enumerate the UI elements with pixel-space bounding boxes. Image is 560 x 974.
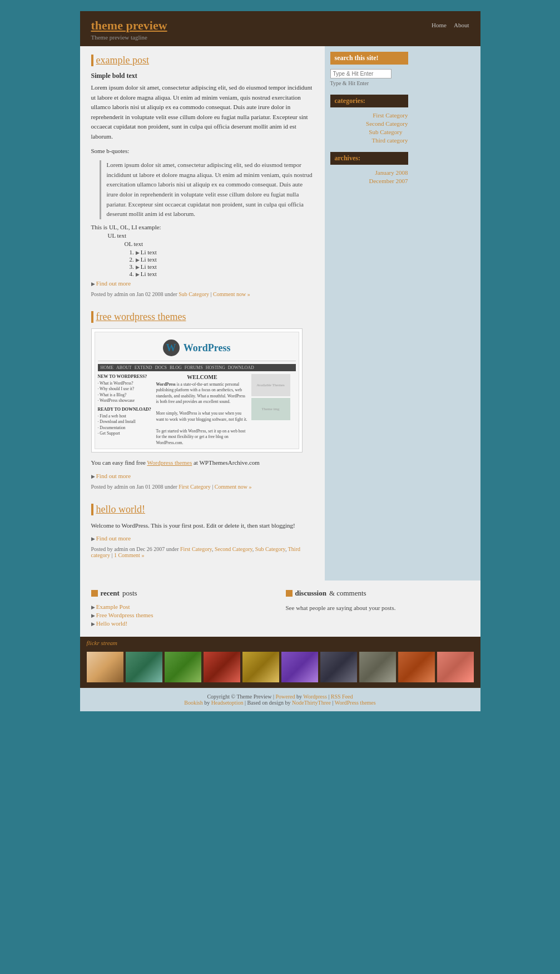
discussion-widget: discussion & comments See what people ar… [286, 589, 469, 628]
categories-widget: categories: First Category Second Catego… [330, 95, 408, 144]
post-title-link-2[interactable]: free wordpress themes [96, 311, 186, 322]
flickr-thumb-4[interactable] [204, 652, 240, 682]
li-list: Li text Li text Li text Li text [136, 249, 314, 277]
list-item: Example Post [91, 603, 275, 610]
post-meta-3: Posted by admin on Dec 26 2007 under Fir… [91, 546, 314, 558]
post-category-link-2[interactable]: First Category [179, 484, 211, 490]
find-out-more-link-1[interactable]: Find out more [96, 280, 131, 287]
post-title-border-3: hello world! [91, 504, 314, 515]
post-body-1: Lorem ipsum dolor sit amet, consectetur … [91, 83, 314, 142]
wordpress-screenshot: W WordPress HOME ABOUT EXTEND DOCS BLOG … [91, 328, 303, 453]
blockquote-text: Lorem ipsum dolor sit amet, consectetur … [107, 161, 313, 217]
content-wrapper: example post Simple bold text Lorem ipsu… [80, 46, 480, 581]
flickr-label: flickr stream [87, 640, 118, 646]
post-title-1[interactable]: example post [96, 55, 314, 66]
archives-widget-title: archives: [330, 152, 408, 165]
wp-logo-circle: W [163, 340, 180, 356]
post-comment-link-3[interactable]: 1 Comment » [114, 552, 144, 558]
post-cat-3-2[interactable]: Second Category [215, 546, 252, 552]
copyright: Copyright © Theme Preview | Powered by W… [80, 688, 480, 711]
wp-logo-text: WordPress [184, 342, 231, 353]
site-title[interactable]: theme preview [91, 18, 469, 33]
search-input[interactable] [330, 69, 391, 78]
footer-widgets: recent posts Example Post Free Wordpress… [80, 581, 480, 637]
ol-text: OL text [125, 240, 314, 247]
archive-link-1[interactable]: January 2008 [330, 169, 408, 176]
post-title-border-2: free wordpress themes [91, 311, 314, 323]
flickr-thumb-7[interactable] [320, 652, 357, 682]
category-link-4[interactable]: Third category [330, 137, 408, 144]
wp-nav-bar: HOME ABOUT EXTEND DOCS BLOG FORUMS HOSTI… [98, 364, 296, 371]
archive-link-2[interactable]: December 2007 [330, 178, 408, 184]
flickr-thumb-9[interactable] [398, 652, 435, 682]
flickr-thumb-2[interactable] [126, 652, 162, 682]
flickr-bar: flickr stream [80, 637, 480, 649]
nav-about[interactable]: About [454, 22, 469, 28]
search-widget-title: search this site! [330, 52, 408, 65]
powered-link[interactable]: Powered [275, 693, 295, 700]
site-tagline: Theme preview tagline [91, 34, 469, 41]
main-content: example post Simple bold text Lorem ipsu… [80, 46, 325, 581]
recent-posts-widget: recent posts Example Post Free Wordpress… [91, 589, 275, 628]
recent-posts-title: recent posts [91, 589, 275, 598]
category-link-2[interactable]: Second Category [330, 120, 408, 127]
post-title-link-1[interactable]: example post [96, 55, 149, 66]
post-cat-3-3[interactable]: Sub Category [255, 546, 285, 552]
list-heading: This is UL, OL, LI example: [91, 224, 314, 230]
find-out-more-3[interactable]: Find out more [91, 535, 314, 542]
header: theme preview Theme preview tagline Home… [80, 11, 480, 46]
category-link-3[interactable]: Sub Category [330, 129, 408, 135]
discussion-icon [286, 590, 293, 597]
nodethirtythree-link[interactable]: NodeThirtyThree [292, 700, 331, 706]
find-out-more-link-3[interactable]: Find out more [96, 535, 131, 542]
header-nav: Home About [426, 21, 469, 29]
wordpress-themes-link[interactable]: Wordpress themes [147, 459, 192, 466]
recent-post-link-3[interactable]: Hello world! [96, 620, 128, 627]
post-meta-1: Posted by admin on Jan 02 2008 under Sub… [91, 291, 314, 297]
flickr-thumb-5[interactable] [242, 652, 279, 682]
categories-widget-title: categories: [330, 95, 408, 107]
find-out-more-1[interactable]: Find out more [91, 280, 314, 287]
site-title-link[interactable]: theme preview [91, 18, 167, 32]
flickr-thumb-8[interactable] [359, 652, 396, 682]
flickr-thumb-6[interactable] [281, 652, 318, 682]
find-out-more-link-2[interactable]: Find out more [96, 473, 131, 479]
bookish-link[interactable]: Bookish [184, 700, 202, 706]
post-free-wordpress-themes: free wordpress themes W WordPress HOME A… [91, 311, 314, 490]
search-hint: Type & Hit Enter [330, 80, 408, 86]
flickr-thumb-1[interactable] [87, 652, 123, 682]
recent-posts-icon [91, 590, 98, 597]
find-out-more-2[interactable]: Find out more [91, 473, 314, 479]
post-body-2: You can easy find free Wordpress themes … [91, 458, 314, 468]
post-comment-link-1[interactable]: Comment now » [213, 291, 250, 297]
recent-posts-list: Example Post Free Wordpress themes Hello… [91, 603, 275, 627]
post-title-link-3[interactable]: hello world! [96, 504, 145, 515]
post-title-3[interactable]: hello world! [96, 504, 314, 515]
wordpress-link[interactable]: Wordpress [303, 693, 327, 700]
list-item: Li text [136, 256, 314, 263]
wordpress-themes-link[interactable]: WordPress themes [335, 700, 376, 706]
post-comment-link-2[interactable]: Comment now » [215, 484, 252, 490]
post-title-2[interactable]: free wordpress themes [96, 311, 314, 323]
search-widget: search this site! Type & Hit Enter [330, 52, 408, 86]
category-link-1[interactable]: First Category [330, 112, 408, 119]
post-body-3: Welcome to WordPress. This is your first… [91, 521, 314, 531]
post-cat-3-1[interactable]: First Category [180, 546, 212, 552]
post-meta-2: Posted by admin on Jan 01 2008 under Fir… [91, 484, 314, 490]
post-category-link-1[interactable]: Sub Category [179, 291, 209, 297]
post-title-border: example post [91, 55, 314, 66]
recent-post-link-2[interactable]: Free Wordpress themes [96, 612, 153, 618]
post-list-section: This is UL, OL, LI example: UL text OL t… [91, 224, 314, 277]
discussion-title: discussion & comments [286, 589, 469, 598]
flickr-thumb-10[interactable] [437, 652, 474, 682]
nav-home[interactable]: Home [432, 22, 447, 28]
flickr-thumb-3[interactable] [165, 652, 201, 682]
list-item: Free Wordpress themes [91, 612, 275, 618]
recent-post-link-1[interactable]: Example Post [96, 603, 130, 610]
copyright-line-1: Copyright © Theme Preview | Powered by W… [86, 693, 475, 700]
list-item: Li text [136, 249, 314, 255]
wp-logo-area: W WordPress [98, 335, 296, 361]
list-item: Li text [136, 263, 314, 270]
rss-link[interactable]: RSS Feed [331, 693, 353, 700]
headsetoption-link[interactable]: Headsetoption [211, 700, 244, 706]
